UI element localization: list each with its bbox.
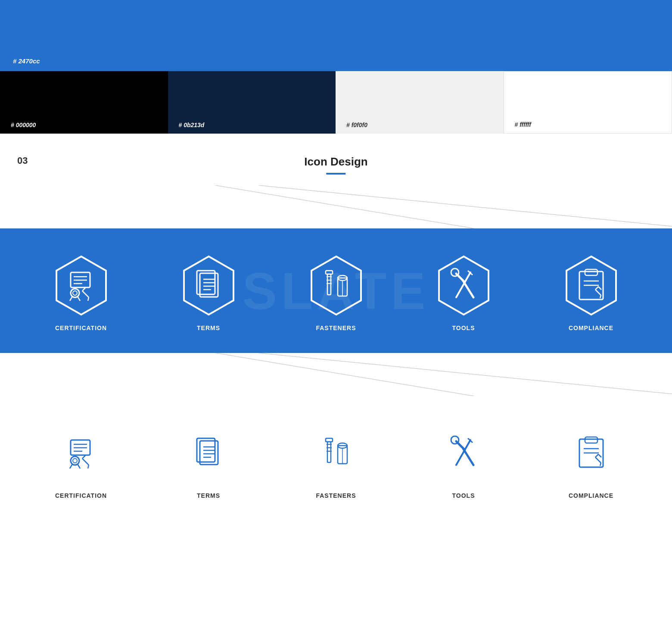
compliance-icon-white bbox=[560, 422, 622, 484]
icon-label-compliance-white: COMPLIANCE bbox=[569, 492, 613, 499]
svg-line-77 bbox=[595, 457, 601, 463]
section-number: 03 bbox=[17, 155, 28, 166]
icon-label-tools-blue: TOOLS bbox=[452, 325, 475, 331]
svg-line-79 bbox=[595, 454, 598, 457]
svg-line-78 bbox=[600, 463, 601, 466]
icons-grid-white: CERTIFICATION TERMS bbox=[17, 422, 655, 499]
certification-icon-blue bbox=[50, 254, 112, 317]
tools-icon-white bbox=[432, 422, 495, 484]
tools-icon-blue bbox=[432, 254, 495, 317]
swatch-dark: # 0b213d bbox=[168, 71, 336, 134]
swatch-white: # ffffff bbox=[504, 71, 672, 134]
svg-line-39 bbox=[595, 290, 601, 295]
certification-container-white bbox=[50, 422, 112, 484]
svg-point-31 bbox=[451, 268, 459, 276]
svg-line-8 bbox=[70, 297, 72, 301]
section-title-underline bbox=[326, 173, 345, 175]
svg-rect-74 bbox=[585, 437, 597, 443]
terms-icon-white bbox=[177, 422, 240, 484]
icon-item-tools-blue: TOOLS bbox=[400, 254, 527, 331]
svg-line-54 bbox=[88, 465, 89, 468]
certification-icon-white bbox=[50, 422, 112, 484]
svg-rect-36 bbox=[585, 269, 597, 275]
svg-line-9 bbox=[78, 297, 80, 301]
diagonal-lines-svg-2 bbox=[0, 353, 672, 396]
fasteners-container-white bbox=[305, 422, 367, 484]
icon-item-certification-white: CERTIFICATION bbox=[17, 422, 145, 499]
tools-hex-blue bbox=[432, 254, 495, 317]
diagonal-transition-top bbox=[0, 185, 672, 228]
tools-container-white bbox=[432, 422, 495, 484]
svg-marker-2 bbox=[56, 256, 106, 315]
terms-icon-blue bbox=[177, 254, 240, 317]
svg-line-50 bbox=[70, 464, 72, 468]
svg-line-80 bbox=[598, 454, 601, 457]
terms-container-white bbox=[177, 422, 240, 484]
swatch-label-black: # 000000 bbox=[11, 122, 36, 128]
icon-label-terms-blue: TERMS bbox=[197, 325, 220, 331]
section-title-area: Icon Design bbox=[304, 155, 367, 175]
icon-label-certification-blue: CERTIFICATION bbox=[55, 325, 107, 331]
icon-item-compliance-blue: COMPLIANCE bbox=[527, 254, 655, 331]
icons-section-white: CERTIFICATION TERMS bbox=[0, 396, 672, 525]
swatch-black: # 000000 bbox=[0, 71, 168, 134]
fasteners-icon-blue bbox=[305, 254, 367, 317]
svg-rect-23 bbox=[327, 274, 331, 295]
icon-label-terms-white: TERMS bbox=[197, 492, 220, 499]
icon-label-compliance-blue: COMPLIANCE bbox=[569, 325, 613, 331]
svg-line-41 bbox=[595, 287, 598, 290]
svg-line-13 bbox=[82, 288, 85, 291]
svg-line-44 bbox=[258, 353, 672, 394]
color-swatch-blue: # 2470cc bbox=[0, 0, 672, 71]
icon-label-certification-white: CERTIFICATION bbox=[55, 492, 107, 499]
svg-line-43 bbox=[215, 353, 474, 396]
section-header: 03 Icon Design bbox=[0, 134, 672, 185]
terms-hex-blue bbox=[177, 254, 240, 317]
icon-label-tools-white: TOOLS bbox=[452, 492, 475, 499]
svg-point-49 bbox=[71, 456, 79, 465]
svg-line-42 bbox=[598, 287, 601, 290]
icon-label-fasteners-white: FASTENERS bbox=[316, 492, 356, 499]
icon-item-compliance-white: COMPLIANCE bbox=[527, 422, 655, 499]
svg-line-12 bbox=[88, 297, 89, 301]
color-swatches-row: # 000000 # 0b213d # f0f0f0 # ffffff bbox=[0, 71, 672, 134]
icon-item-certification-blue: CERTIFICATION bbox=[17, 254, 145, 331]
svg-line-55 bbox=[82, 456, 85, 459]
icons-grid-blue: CERTIFICATION TERMS bbox=[17, 254, 655, 331]
icon-item-fasteners-blue: FASTENERS bbox=[272, 254, 400, 331]
svg-line-40 bbox=[600, 295, 601, 298]
svg-line-51 bbox=[78, 464, 80, 468]
fasteners-hex-blue bbox=[305, 254, 367, 317]
diagonal-lines-svg bbox=[0, 185, 672, 228]
svg-marker-21 bbox=[311, 256, 361, 315]
icon-label-fasteners-blue: FASTENERS bbox=[316, 325, 356, 331]
swatch-label-light: # f0f0f0 bbox=[346, 122, 367, 128]
swatch-label-white: # ffffff bbox=[515, 121, 531, 128]
svg-point-7 bbox=[71, 289, 79, 297]
compliance-icon-blue bbox=[560, 254, 622, 317]
certification-hex-blue bbox=[50, 254, 112, 317]
compliance-hex-blue bbox=[560, 254, 622, 317]
swatch-label-dark: # 0b213d bbox=[179, 122, 205, 128]
svg-marker-14 bbox=[184, 256, 233, 315]
svg-point-52 bbox=[73, 459, 77, 463]
svg-line-53 bbox=[82, 459, 89, 465]
swatch-light: # f0f0f0 bbox=[336, 71, 504, 134]
svg-point-10 bbox=[73, 291, 77, 295]
svg-line-11 bbox=[82, 291, 89, 297]
svg-line-1 bbox=[258, 185, 672, 226]
color-label-blue: # 2470cc bbox=[13, 57, 40, 65]
icon-item-tools-white: TOOLS bbox=[400, 422, 527, 499]
fasteners-icon-white bbox=[305, 422, 367, 484]
icon-item-fasteners-white: FASTENERS bbox=[272, 422, 400, 499]
section-title: Icon Design bbox=[304, 155, 367, 169]
icon-item-terms-white: TERMS bbox=[145, 422, 272, 499]
svg-point-70 bbox=[451, 436, 459, 444]
icon-item-terms-blue: TERMS bbox=[145, 254, 272, 331]
svg-rect-63 bbox=[327, 442, 331, 462]
compliance-container-white bbox=[560, 422, 622, 484]
bottom-spacer bbox=[0, 525, 672, 551]
icons-section-blue: SLATE bbox=[0, 228, 672, 353]
svg-line-0 bbox=[215, 185, 474, 228]
diagonal-transition-bottom bbox=[0, 353, 672, 396]
